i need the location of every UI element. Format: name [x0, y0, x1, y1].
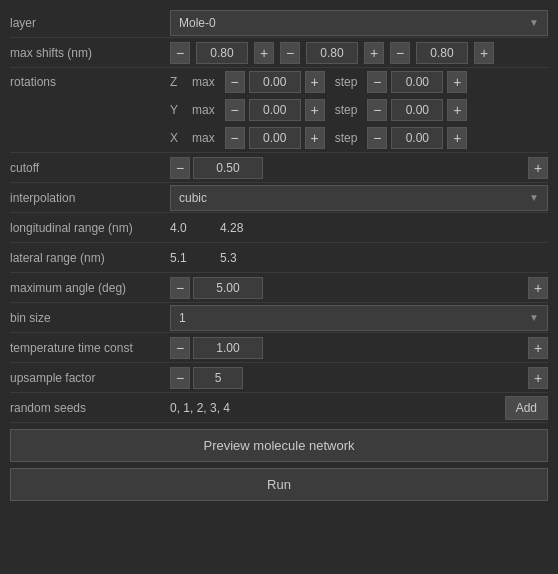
temp-minus-btn[interactable]: −	[170, 337, 190, 359]
main-panel: layer Mole-0 ▼ max shifts (nm) − 0.80 + …	[0, 0, 558, 509]
rot-x-step-label: step	[335, 131, 358, 145]
longitudinal-range-control: 4.0 4.28	[170, 221, 548, 235]
rot-z-step-plus[interactable]: +	[447, 71, 467, 93]
shift3-plus-btn[interactable]: +	[474, 42, 494, 64]
rot-x-step-plus[interactable]: +	[447, 127, 467, 149]
interpolation-dropdown[interactable]: cubic ▼	[170, 185, 548, 211]
bin-size-dropdown-arrow-icon: ▼	[529, 312, 539, 323]
temp-time-const-label: temperature time const	[10, 341, 170, 355]
interpolation-label: interpolation	[10, 191, 170, 205]
upsample-minus-btn[interactable]: −	[170, 367, 190, 389]
rot-y-max-label: max	[192, 103, 215, 117]
temp-plus-btn[interactable]: +	[528, 337, 548, 359]
seeds-value: 0, 1, 2, 3, 4	[170, 401, 501, 415]
dropdown-arrow-icon: ▼	[529, 17, 539, 28]
longitudinal-range-label: longitudinal range (nm)	[10, 221, 170, 235]
rot-z-max-value[interactable]: 0.00	[249, 71, 301, 93]
rot-y-step-value[interactable]: 0.00	[391, 99, 443, 121]
max-angle-minus-btn[interactable]: −	[170, 277, 190, 299]
shift2-plus-btn[interactable]: +	[364, 42, 384, 64]
maximum-angle-row: maximum angle (deg) − 5.00 +	[10, 273, 548, 303]
rot-y-axis: Y	[170, 103, 184, 117]
temp-time-const-row: temperature time const − 1.00 +	[10, 333, 548, 363]
temp-value[interactable]: 1.00	[193, 337, 263, 359]
shift3-value[interactable]: 0.80	[416, 42, 468, 64]
rot-x-step-minus[interactable]: −	[367, 127, 387, 149]
upsample-factor-label: upsample factor	[10, 371, 170, 385]
cutoff-row: cutoff − 0.50 +	[10, 153, 548, 183]
rotations-text: rotations	[10, 75, 56, 89]
cutoff-minus-btn[interactable]: −	[170, 157, 190, 179]
shift2-value[interactable]: 0.80	[306, 42, 358, 64]
shift3-minus-btn[interactable]: −	[390, 42, 410, 64]
rot-y-max-value[interactable]: 0.00	[249, 99, 301, 121]
add-seed-button[interactable]: Add	[505, 396, 548, 420]
rot-y-step-label: step	[335, 103, 358, 117]
layer-row: layer Mole-0 ▼	[10, 8, 548, 38]
max-angle-plus-btn[interactable]: +	[528, 277, 548, 299]
max-shifts-label: max shifts (nm)	[10, 46, 170, 60]
shift1-plus-btn[interactable]: +	[254, 42, 274, 64]
rot-y-max-plus[interactable]: +	[305, 99, 325, 121]
maximum-angle-label: maximum angle (deg)	[10, 281, 170, 295]
shift1-minus-btn[interactable]: −	[170, 42, 190, 64]
maximum-angle-control: − 5.00 +	[170, 277, 548, 299]
cutoff-value[interactable]: 0.50	[193, 157, 263, 179]
upsample-factor-row: upsample factor − 5 +	[10, 363, 548, 393]
rot-z-step-label: step	[335, 75, 358, 89]
lateral-range-label: lateral range (nm)	[10, 251, 170, 265]
bin-size-dropdown[interactable]: 1 ▼	[170, 305, 548, 331]
rot-z-max-minus[interactable]: −	[225, 71, 245, 93]
upsample-value[interactable]: 5	[193, 367, 243, 389]
rot-z-max-label: max	[192, 75, 215, 89]
rotations-container: rotations Z max − 0.00 + step − 0.00 + Y…	[10, 68, 548, 153]
shift2-minus-btn[interactable]: −	[280, 42, 300, 64]
max-shifts-row: max shifts (nm) − 0.80 + − 0.80 + − 0.80…	[10, 38, 548, 68]
interpolation-control: cubic ▼	[170, 185, 548, 211]
seeds-control: 0, 1, 2, 3, 4 Add	[170, 396, 548, 420]
lateral-range-control: 5.1 5.3	[170, 251, 548, 265]
cutoff-label: cutoff	[10, 161, 170, 175]
random-seeds-row: random seeds 0, 1, 2, 3, 4 Add	[10, 393, 548, 423]
random-seeds-label: random seeds	[10, 401, 170, 415]
rot-x-max-minus[interactable]: −	[225, 127, 245, 149]
interpolation-row: interpolation cubic ▼	[10, 183, 548, 213]
rot-y-step-minus[interactable]: −	[367, 99, 387, 121]
layer-dropdown-value: Mole-0	[179, 16, 216, 30]
preview-button[interactable]: Preview molecule network	[10, 429, 548, 462]
layer-dropdown[interactable]: Mole-0 ▼	[170, 10, 548, 36]
rot-z-axis: Z	[170, 75, 184, 89]
run-button[interactable]: Run	[10, 468, 548, 501]
rotation-z-row: rotations Z max − 0.00 + step − 0.00 +	[10, 68, 548, 96]
shifts-area: − 0.80 + − 0.80 + − 0.80 +	[170, 42, 548, 64]
temp-time-const-control: − 1.00 +	[170, 337, 548, 359]
upsample-factor-control: − 5 +	[170, 367, 548, 389]
rotation-x-row: X max − 0.00 + step − 0.00 +	[10, 124, 548, 152]
rot-x-max-label: max	[192, 131, 215, 145]
lateral-range-value1: 5.1	[170, 251, 210, 265]
rot-z-step-minus[interactable]: −	[367, 71, 387, 93]
cutoff-control: − 0.50 +	[170, 157, 548, 179]
longitudinal-range-value1: 4.0	[170, 221, 210, 235]
rot-y-max-minus[interactable]: −	[225, 99, 245, 121]
lateral-range-value2: 5.3	[220, 251, 260, 265]
upsample-plus-btn[interactable]: +	[528, 367, 548, 389]
rot-x-step-value[interactable]: 0.00	[391, 127, 443, 149]
bin-size-dropdown-value: 1	[179, 311, 186, 325]
bin-size-control: 1 ▼	[170, 305, 548, 331]
layer-label: layer	[10, 16, 170, 30]
longitudinal-range-row: longitudinal range (nm) 4.0 4.28	[10, 213, 548, 243]
shift1-value[interactable]: 0.80	[196, 42, 248, 64]
rotation-y-row: Y max − 0.00 + step − 0.00 +	[10, 96, 548, 124]
rot-y-step-plus[interactable]: +	[447, 99, 467, 121]
rot-x-max-value[interactable]: 0.00	[249, 127, 301, 149]
max-angle-value[interactable]: 5.00	[193, 277, 263, 299]
rot-z-max-plus[interactable]: +	[305, 71, 325, 93]
bin-size-row: bin size 1 ▼	[10, 303, 548, 333]
rot-z-step-value[interactable]: 0.00	[391, 71, 443, 93]
cutoff-plus-btn[interactable]: +	[528, 157, 548, 179]
rot-x-max-plus[interactable]: +	[305, 127, 325, 149]
bin-size-label: bin size	[10, 311, 170, 325]
interpolation-dropdown-value: cubic	[179, 191, 207, 205]
layer-control: Mole-0 ▼	[170, 10, 548, 36]
